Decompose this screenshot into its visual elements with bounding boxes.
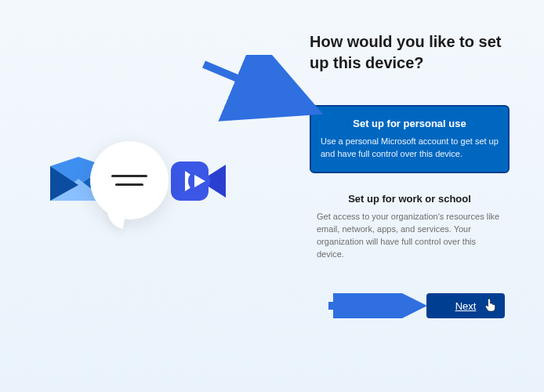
setup-options-panel: How would you like to set up this device… [310,31,510,281]
next-button[interactable]: Next [426,293,505,318]
option-personal-title: Set up for personal use [321,118,499,129]
option-personal-desc: Use a personal Microsoft account to get … [321,136,499,161]
option-work-desc: Get access to your organization's resour… [317,211,502,261]
option-work-or-school[interactable]: Set up for work or school Get access to … [310,184,510,270]
svg-line-8 [204,64,316,111]
speech-bubble-icon [90,141,169,220]
page-title: How would you like to set up this device… [310,31,510,74]
next-button-label: Next [455,300,477,312]
hand-cursor-icon [484,298,497,314]
illustration-cluster [47,145,227,247]
option-work-title: Set up for work or school [317,193,502,205]
annotation-arrow-to-next [325,293,435,318]
video-camera-icon [171,157,227,205]
option-personal-use[interactable]: Set up for personal use Use a personal M… [310,105,510,173]
setup-screen: How would you like to set up this device… [0,0,544,392]
